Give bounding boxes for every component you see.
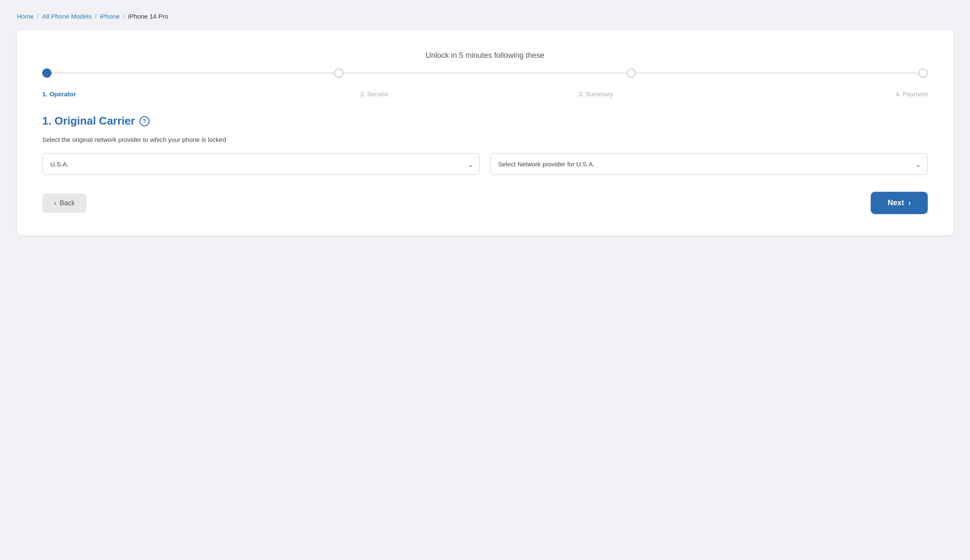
breadcrumb-iphone[interactable]: iPhone — [100, 13, 120, 20]
back-button[interactable]: ‹ Back — [42, 193, 87, 213]
next-button[interactable]: Next › — [871, 192, 928, 214]
breadcrumb: Home / All Phone Models / iPhone / iPhon… — [17, 13, 953, 20]
main-card: Unlock in 5 minutes following these 1. O… — [17, 30, 953, 235]
help-icon[interactable]: ? — [139, 116, 150, 126]
progress-line — [42, 73, 928, 73]
selects-row: U.S.A. Canada UK Australia Germany Franc… — [42, 153, 928, 175]
step-dot-3 — [627, 68, 636, 78]
back-label: Back — [60, 199, 75, 207]
step-label-1: 1. Operator — [42, 90, 264, 98]
country-select[interactable]: U.S.A. Canada UK Australia Germany Franc… — [42, 153, 480, 175]
buttons-row: ‹ Back Next › — [42, 192, 928, 214]
network-select-wrapper: Select Network provider for U.S.A. AT&T … — [490, 153, 928, 175]
section-title-text: 1. Original Carrier — [42, 114, 135, 128]
step-dot-1 — [42, 68, 52, 78]
network-select[interactable]: Select Network provider for U.S.A. AT&T … — [490, 153, 928, 175]
breadcrumb-home[interactable]: Home — [17, 13, 34, 20]
breadcrumb-current: iPhone 14 Pro — [128, 13, 168, 20]
breadcrumb-all-models[interactable]: All Phone Models — [42, 13, 92, 20]
step-header: Unlock in 5 minutes following these — [42, 51, 928, 78]
step-labels: 1. Operator 2. Service 3. Summary 4. Pay… — [42, 90, 928, 98]
step-dot-2 — [334, 68, 343, 78]
progress-bar — [42, 68, 928, 78]
step-label-2: 2. Service — [264, 90, 485, 98]
next-label: Next — [888, 198, 904, 207]
step-label-4: 4. Payment — [706, 90, 928, 98]
section-description: Select the original network provider to … — [42, 136, 928, 143]
next-icon: › — [908, 198, 911, 207]
step-header-title: Unlock in 5 minutes following these — [42, 51, 928, 60]
breadcrumb-sep-1: / — [37, 13, 39, 20]
breadcrumb-sep-2: / — [95, 13, 97, 20]
breadcrumb-sep-3: / — [123, 13, 125, 20]
step-dot-4 — [918, 68, 928, 78]
step-label-3: 3. Summary — [485, 90, 706, 98]
country-select-wrapper: U.S.A. Canada UK Australia Germany Franc… — [42, 153, 480, 175]
section-title: 1. Original Carrier ? — [42, 114, 928, 128]
back-icon: ‹ — [54, 199, 56, 207]
